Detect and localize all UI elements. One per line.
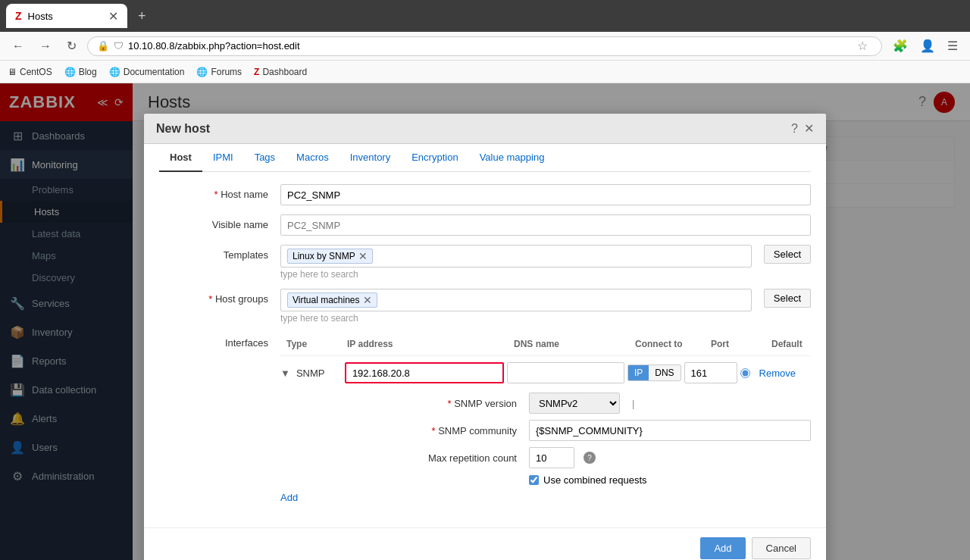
tab-inventory[interactable]: Inventory <box>340 144 401 172</box>
tab-encryption[interactable]: Encryption <box>401 144 468 172</box>
host-group-tag-vms: Virtual machines ✕ <box>287 293 377 308</box>
templates-tags-input[interactable]: Linux by SNMP ✕ <box>280 245 752 267</box>
use-combined-label: Use combined requests <box>543 474 647 486</box>
snmp-community-label: SNMP community <box>409 425 523 436</box>
use-combined-checkbox-row: Use combined requests <box>529 474 647 486</box>
col-ip-header: IP address <box>341 336 508 352</box>
visible-name-label: Visible name <box>159 214 280 230</box>
bookmark-centos[interactable]: 🖥 CentOS <box>8 67 52 77</box>
extensions-button[interactable]: 🧩 <box>888 36 912 56</box>
col-dns-header: DNS name <box>508 336 629 352</box>
host-name-row: Host name <box>159 184 811 205</box>
templates-row: Templates Linux by SNMP ✕ type here to s… <box>159 245 811 280</box>
docs-icon: 🌐 <box>109 67 120 77</box>
templates-search-hint: type here to search <box>280 269 752 280</box>
bookmark-centos-label: CentOS <box>20 67 52 77</box>
snmp-version-row: SNMP version SNMPv1 SNMPv2 SNMPv3 | <box>409 393 811 414</box>
templates-label: Templates <box>159 245 280 261</box>
host-groups-select-button[interactable]: Select <box>764 289 811 308</box>
zabbix-favicon: Z <box>254 67 259 77</box>
bookmark-forums[interactable]: 🌐 Forums <box>196 67 242 77</box>
host-groups-label: Host groups <box>159 289 280 305</box>
host-groups-row: Host groups Virtual machines ✕ type here… <box>159 289 811 324</box>
interface-collapse-icon[interactable]: ▼ <box>280 368 290 379</box>
templates-select-button[interactable]: Select <box>764 245 811 264</box>
host-group-tag-remove[interactable]: ✕ <box>363 295 372 305</box>
shield-icon: 🛡 <box>114 40 124 52</box>
tab-close-button[interactable]: ✕ <box>108 9 118 23</box>
host-groups-search-hint: type here to search <box>280 313 752 324</box>
bookmark-docs-label: Documentation <box>124 67 185 77</box>
menu-button[interactable]: ☰ <box>943 36 962 56</box>
add-button[interactable]: Add <box>700 537 745 559</box>
template-tag-linux-snmp: Linux by SNMP ✕ <box>287 249 373 264</box>
max-rep-row: Max repetition count ? <box>409 447 811 468</box>
blog-icon: 🌐 <box>64 67 76 77</box>
browser-actions: 🧩 👤 ☰ <box>888 36 962 56</box>
browser-tab[interactable]: Z Hosts ✕ <box>6 4 127 28</box>
address-bar: 🔒 🛡 10.10.80.8/zabbix.php?action=host.ed… <box>87 36 882 56</box>
bookmark-blog[interactable]: 🌐 Blog <box>64 67 97 77</box>
host-name-label: Host name <box>159 184 280 200</box>
tab-value-mapping[interactable]: Value mapping <box>469 144 555 172</box>
snmp-version-label: SNMP version <box>409 398 523 409</box>
template-tag-remove[interactable]: ✕ <box>358 251 368 261</box>
snmp-cursor-indicator: | <box>632 398 634 409</box>
col-port-header: Port <box>705 336 765 352</box>
tab-tags[interactable]: Tags <box>244 144 286 172</box>
host-groups-tags-input[interactable]: Virtual machines ✕ <box>280 289 752 311</box>
reload-button[interactable]: ↻ <box>62 36 81 56</box>
max-rep-input[interactable] <box>529 447 574 468</box>
tab-ipmi[interactable]: IPMI <box>202 144 244 172</box>
tab-macros[interactable]: Macros <box>286 144 340 172</box>
use-combined-row: Use combined requests <box>409 474 811 486</box>
modal-close-icon[interactable]: ✕ <box>804 121 814 136</box>
forward-button[interactable]: → <box>35 36 56 56</box>
new-host-modal: New host ? ✕ Host IPMI Tags Macros Inven… <box>144 114 826 560</box>
port-input[interactable] <box>684 362 737 383</box>
host-name-control <box>280 184 811 205</box>
bookmark-dashboard[interactable]: Z Dashboard <box>254 67 307 77</box>
max-rep-help-icon[interactable]: ? <box>584 452 596 464</box>
host-groups-control: Virtual machines ✕ type here to search S… <box>280 289 811 324</box>
modal-overlay: New host ? ✕ Host IPMI Tags Macros Inven… <box>0 83 970 560</box>
visible-name-input[interactable] <box>280 214 811 236</box>
host-name-input[interactable] <box>280 184 811 205</box>
modal-help-icon[interactable]: ? <box>791 122 798 136</box>
snmp-community-input[interactable] <box>529 420 811 441</box>
address-input[interactable]: 10.10.80.8/zabbix.php?action=host.edit <box>128 40 848 52</box>
modal-title: New host <box>156 122 210 136</box>
bookmark-dashboard-label: Dashboard <box>262 67 307 77</box>
interface-dns-input[interactable] <box>507 362 624 383</box>
default-radio[interactable] <box>740 368 750 378</box>
back-button[interactable]: ← <box>8 36 29 56</box>
bookmark-documentation[interactable]: 🌐 Documentation <box>109 67 185 77</box>
connect-dns-button[interactable]: DNS <box>649 365 680 380</box>
add-interface-link[interactable]: Add <box>280 486 298 503</box>
new-tab-button[interactable]: + <box>133 8 151 24</box>
col-connect-header: Connect to <box>629 336 705 352</box>
centos-icon: 🖥 <box>8 67 17 77</box>
remove-interface-link[interactable]: Remove <box>759 368 796 379</box>
template-tag-label: Linux by SNMP <box>293 251 355 261</box>
modal-tabs: Host IPMI Tags Macros Inventory Encrypti… <box>159 144 811 172</box>
browser-chrome: Z Hosts ✕ + <box>0 0 970 32</box>
profile-button[interactable]: 👤 <box>915 36 940 56</box>
cancel-button[interactable]: Cancel <box>752 537 811 559</box>
interfaces-row: Interfaces Type IP address DNS name Conn… <box>159 333 811 503</box>
connect-ip-button[interactable]: IP <box>628 365 649 380</box>
forums-icon: 🌐 <box>196 67 208 77</box>
connect-buttons: IP DNS <box>627 364 681 381</box>
interface-ip-input[interactable] <box>345 362 504 383</box>
use-combined-checkbox[interactable] <box>529 475 539 485</box>
interfaces-control: Type IP address DNS name Connect to Port… <box>280 333 811 503</box>
interface-type-label: SNMP <box>296 368 342 379</box>
snmp-version-select[interactable]: SNMPv1 SNMPv2 SNMPv3 <box>529 393 620 414</box>
browser-nav: ← → ↻ 🔒 🛡 10.10.80.8/zabbix.php?action=h… <box>0 32 970 61</box>
bookmark-forums-label: Forums <box>211 67 242 77</box>
snmp-community-row: SNMP community <box>409 420 811 441</box>
bookmark-star-icon[interactable]: ☆ <box>853 36 872 56</box>
modal-header: New host ? ✕ <box>144 114 826 144</box>
max-rep-label: Max repetition count <box>409 452 523 464</box>
tab-host[interactable]: Host <box>159 144 202 172</box>
